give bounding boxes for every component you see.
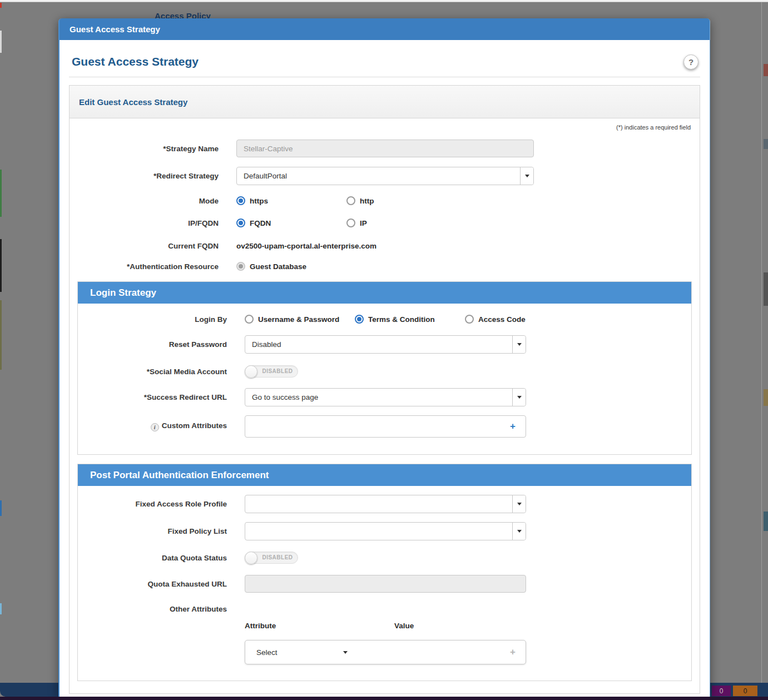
background-artifact [764, 389, 768, 406]
dialog-titlebar: Guest Access Strategy [60, 18, 710, 40]
dialog-body: Guest Access Strategy ? Edit Guest Acces… [60, 40, 710, 697]
background-artifact [0, 31, 2, 53]
background-artifact [764, 512, 768, 531]
chevron-down-icon[interactable] [520, 167, 533, 185]
current-fqdn-value: ov2500-upam-cportal.al-enterprise.com [236, 242, 376, 250]
post-portal-header: Post Portal Authentication Enforcement [78, 464, 691, 486]
login-strategy-title: Login Strategy [90, 287, 156, 299]
background-artifact [764, 64, 768, 76]
quota-url-input [245, 575, 526, 593]
custom-attributes-row: iCustom Attributes + [78, 415, 691, 438]
login-strategy-panel: Login Strategy Login By Username & Passw… [77, 281, 692, 455]
help-icon[interactable]: ? [683, 54, 698, 69]
mode-option-http[interactable]: http [346, 196, 374, 205]
background-bottom-strip [0, 697, 768, 700]
login-by-option-username-password[interactable]: Username & Password [245, 315, 355, 324]
strategy-name-label: *Strategy Name [70, 145, 219, 153]
login-by-row: Login By Username & Password Terms & Con… [78, 315, 691, 324]
add-other-attribute-icon[interactable]: + [510, 647, 516, 658]
radio-unselected-icon [245, 315, 254, 324]
status-badge: 0 [733, 686, 757, 696]
fixed-policy-list-row: Fixed Policy List [78, 522, 691, 540]
post-portal-panel: Post Portal Authentication Enforcement F… [77, 464, 692, 681]
ip-fqdn-label: IP/FQDN [70, 219, 219, 227]
radio-label: Access Code [478, 315, 526, 324]
edit-panel-title: Edit Guest Access Strategy [79, 97, 187, 107]
attribute-column-header: Attribute [245, 622, 394, 630]
social-media-toggle[interactable]: DISABLED [245, 365, 298, 378]
ip-fqdn-row: IP/FQDN FQDN IP [70, 219, 700, 227]
radio-disabled-selected-icon [236, 262, 245, 271]
status-badge: 0 [712, 686, 731, 696]
toggle-state-label: DISABLED [261, 366, 294, 377]
chevron-down-icon[interactable] [343, 651, 348, 654]
radio-unselected-icon [346, 219, 355, 227]
radio-label: Terms & Condition [368, 315, 435, 324]
attribute-select[interactable]: Select [256, 648, 278, 657]
fixed-access-role-select[interactable] [245, 495, 526, 513]
other-attribute-entry-box: Select + [245, 640, 526, 664]
data-quota-label: Data Quota Status [78, 554, 227, 562]
edit-panel-header: Edit Guest Access Strategy [70, 86, 700, 118]
chevron-down-icon[interactable] [512, 336, 526, 353]
login-by-option-access-code[interactable]: Access Code [465, 315, 526, 324]
radio-label: https [250, 197, 268, 205]
background-artifact [761, 2, 762, 683]
strategy-name-row: *Strategy Name Stellar-Captive [70, 140, 700, 157]
data-quota-row: Data Quota Status DISABLED [78, 552, 691, 564]
add-attribute-icon[interactable]: + [510, 421, 516, 432]
background-artifact [764, 139, 768, 149]
page-title: Guest Access Strategy [72, 55, 199, 68]
custom-attributes-box: + [245, 415, 526, 438]
background-artifact [0, 603, 2, 614]
background-artifact [0, 239, 2, 292]
edit-guest-access-strategy-panel: Edit Guest Access Strategy (*) indicates… [69, 85, 700, 694]
ip-fqdn-option-fqdn[interactable]: FQDN [236, 219, 346, 227]
radio-label: Guest Database [250, 262, 306, 271]
toggle-knob [245, 365, 257, 378]
current-fqdn-label: Current FQDN [70, 242, 219, 250]
radio-unselected-icon [465, 315, 474, 324]
redirect-strategy-value: DefaultPortal [244, 172, 287, 180]
chevron-down-icon[interactable] [512, 389, 526, 406]
login-by-label: Login By [78, 315, 227, 324]
background-artifact [0, 170, 2, 217]
background-artifact [0, 300, 2, 370]
info-icon[interactable]: i [151, 423, 159, 431]
mode-label: Mode [70, 197, 219, 205]
dialog-title: Guest Access Strategy [70, 24, 160, 34]
fixed-policy-list-label: Fixed Policy List [78, 527, 227, 535]
current-fqdn-row: Current FQDN ov2500-upam-cportal.al-ente… [70, 242, 700, 250]
fixed-policy-list-select[interactable] [245, 522, 526, 540]
chevron-down-icon[interactable] [512, 523, 526, 540]
strategy-name-input: Stellar-Captive [236, 140, 534, 157]
social-media-label: *Social Media Account [78, 368, 227, 376]
quota-url-row: Quota Exhausted URL [78, 575, 691, 593]
mode-option-https[interactable]: https [236, 196, 346, 205]
reset-password-row: Reset Password Disabled [78, 335, 691, 354]
toggle-state-label: DISABLED [261, 552, 294, 563]
custom-attributes-label-text: Custom Attributes [162, 421, 227, 430]
login-by-option-terms-condition[interactable]: Terms & Condition [355, 315, 465, 324]
radio-selected-icon [236, 219, 245, 227]
page-header: Guest Access Strategy ? [72, 53, 698, 70]
reset-password-select[interactable]: Disabled [245, 335, 526, 354]
background-page-topbar [0, 0, 768, 2]
background-artifact [0, 500, 2, 516]
chevron-down-icon[interactable] [512, 495, 526, 513]
required-field-note: (*) indicates a required field [70, 118, 700, 134]
other-attributes-row: Other Attributes [78, 605, 691, 613]
authentication-resource-label: *Authentication Resource [70, 262, 219, 271]
redirect-strategy-select[interactable]: DefaultPortal [236, 167, 534, 185]
background-artifact [0, 3, 2, 8]
fixed-access-role-label: Fixed Access Role Profile [78, 500, 227, 508]
social-media-row: *Social Media Account DISABLED [78, 365, 691, 378]
auth-resource-option-guest-database: Guest Database [236, 262, 306, 271]
background-artifact [764, 272, 768, 306]
value-column-header: Value [394, 622, 414, 630]
post-portal-title: Post Portal Authentication Enforcement [90, 470, 269, 481]
redirect-strategy-label: *Redirect Strategy [70, 172, 219, 180]
data-quota-toggle[interactable]: DISABLED [245, 552, 298, 564]
ip-fqdn-option-ip[interactable]: IP [346, 219, 367, 227]
success-redirect-select[interactable]: Go to success page [245, 388, 526, 406]
